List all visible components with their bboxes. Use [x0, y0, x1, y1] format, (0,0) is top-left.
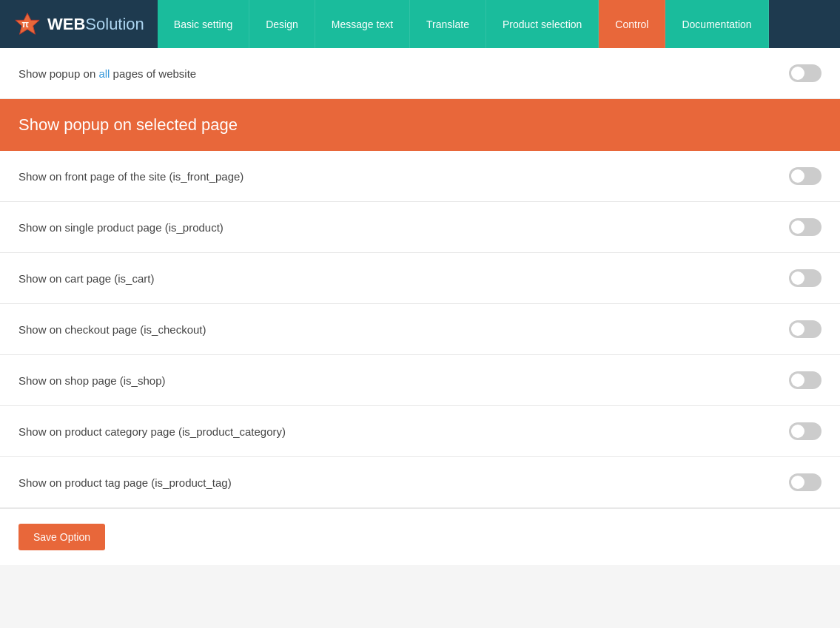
shop-page-label: Show on shop page (is_shop) — [19, 374, 789, 387]
all-pages-row: Show popup on all pages of website — [0, 48, 840, 99]
checkout-page-label: Show on checkout page (is_checkout) — [19, 323, 789, 336]
content: Show popup on all pages of website Show … — [0, 48, 840, 565]
save-button[interactable]: Save Option — [19, 524, 105, 550]
cart-page-row: Show on cart page (is_cart) — [0, 253, 840, 304]
product-category-slider — [789, 422, 821, 440]
section-header: Show popup on selected page — [0, 99, 840, 151]
shop-page-toggle-wrapper — [789, 371, 821, 389]
product-category-row: Show on product category page (is_produc… — [0, 406, 840, 457]
single-product-toggle-wrapper — [789, 218, 821, 236]
single-product-toggle[interactable] — [789, 218, 821, 236]
logo-icon: π — [13, 10, 41, 38]
front-page-toggle[interactable] — [789, 167, 821, 185]
front-page-slider — [789, 167, 821, 185]
header: π WEBSolution Basic setting Design Messa… — [0, 0, 840, 48]
product-category-label: Show on product category page (is_produc… — [19, 425, 789, 438]
single-product-row: Show on single product page (is_product) — [0, 202, 840, 253]
cart-page-toggle[interactable] — [789, 269, 821, 287]
product-tag-row: Show on product tag page (is_product_tag… — [0, 457, 840, 508]
nav-product-selection[interactable]: Product selection — [486, 0, 599, 48]
all-highlight: all — [98, 67, 110, 80]
product-category-toggle-wrapper — [789, 422, 821, 440]
logo: π WEBSolution — [0, 0, 158, 48]
product-tag-slider — [789, 473, 821, 491]
svg-text:π: π — [21, 18, 29, 29]
cart-page-slider — [789, 269, 821, 287]
front-page-row: Show on front page of the site (is_front… — [0, 151, 840, 202]
nav-translate[interactable]: Translate — [410, 0, 486, 48]
footer-area: Save Option — [0, 508, 840, 565]
cart-page-label: Show on cart page (is_cart) — [19, 272, 789, 285]
shop-page-row: Show on shop page (is_shop) — [0, 355, 840, 406]
all-pages-toggle-wrapper — [789, 64, 821, 82]
nav-control[interactable]: Control — [599, 0, 665, 48]
product-category-toggle[interactable] — [789, 422, 821, 440]
nav-documentation[interactable]: Documentation — [665, 0, 768, 48]
product-tag-toggle-wrapper — [789, 473, 821, 491]
front-page-toggle-wrapper — [789, 167, 821, 185]
section-title: Show popup on selected page — [19, 115, 238, 134]
product-tag-label: Show on product tag page (is_product_tag… — [19, 476, 789, 489]
checkout-page-slider — [789, 320, 821, 338]
nav-design[interactable]: Design — [249, 0, 315, 48]
checkout-page-row: Show on checkout page (is_checkout) — [0, 304, 840, 355]
shop-page-toggle[interactable] — [789, 371, 821, 389]
nav-message-text[interactable]: Message text — [315, 0, 410, 48]
checkout-page-toggle-wrapper — [789, 320, 821, 338]
all-pages-slider — [789, 64, 821, 82]
single-product-label: Show on single product page (is_product) — [19, 221, 789, 234]
cart-page-toggle-wrapper — [789, 269, 821, 287]
product-tag-toggle[interactable] — [789, 473, 821, 491]
front-page-label: Show on front page of the site (is_front… — [19, 170, 789, 183]
all-pages-label: Show popup on all pages of website — [19, 67, 789, 80]
checkout-page-toggle[interactable] — [789, 320, 821, 338]
shop-page-slider — [789, 371, 821, 389]
logo-text: WEBSolution — [47, 15, 144, 34]
nav: Basic setting Design Message text Transl… — [158, 0, 840, 48]
nav-basic-setting[interactable]: Basic setting — [158, 0, 249, 48]
single-product-slider — [789, 218, 821, 236]
all-pages-toggle[interactable] — [789, 64, 821, 82]
